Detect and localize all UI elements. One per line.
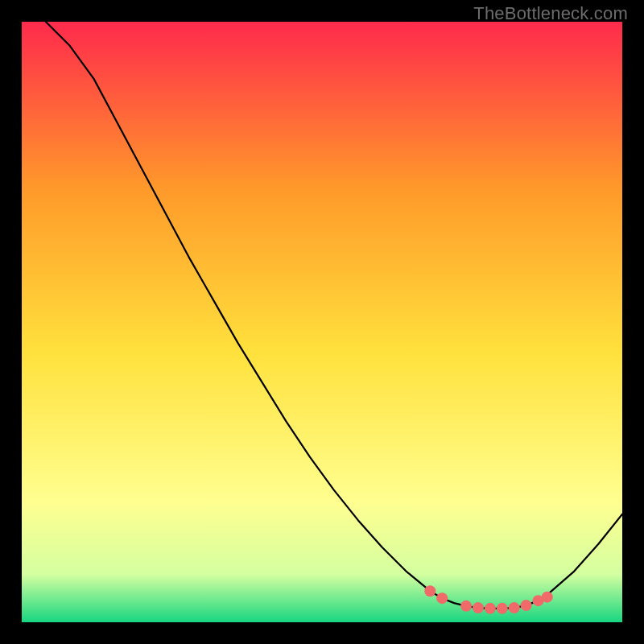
highlight-dot: [424, 585, 436, 597]
highlight-dot: [509, 602, 520, 613]
highlight-dot: [460, 601, 472, 612]
chart-frame: TheBottleneck.com: [0, 0, 644, 644]
highlight-dot: [473, 602, 484, 613]
highlight-dot: [485, 603, 496, 614]
highlight-dot: [542, 592, 553, 603]
highlight-dot: [436, 592, 448, 604]
chart-svg: [22, 22, 622, 622]
highlight-dot: [497, 603, 508, 614]
plot-area: [22, 22, 622, 622]
highlight-dot: [521, 600, 532, 611]
